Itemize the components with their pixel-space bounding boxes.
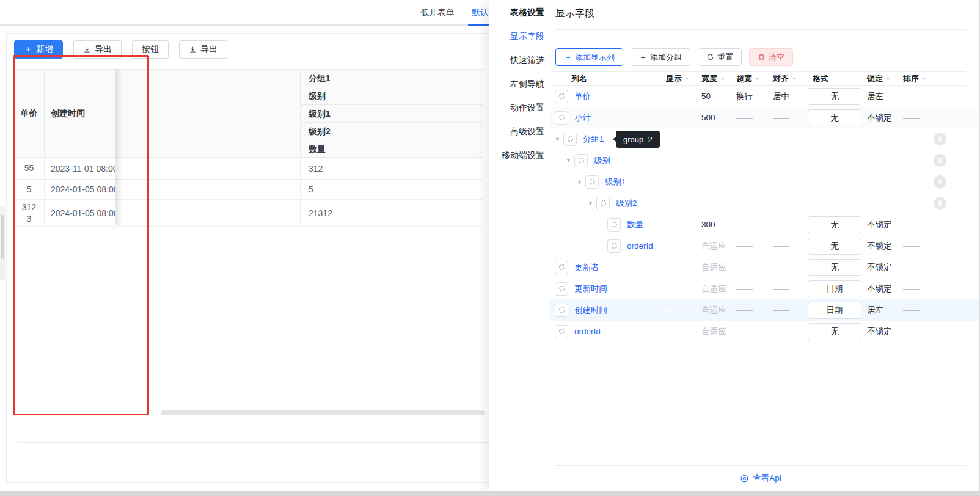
field-name-link[interactable]: 创建时间 <box>574 305 607 316</box>
field-lock-cell: 居左 <box>865 305 897 316</box>
tree-expand-icon[interactable]: ▼ <box>577 179 585 185</box>
tree-expand-icon[interactable]: ▼ <box>566 158 574 164</box>
format-select[interactable]: 无 <box>808 238 861 255</box>
grouped-header-cell: 数量 <box>301 140 483 158</box>
field-align-cell: —— <box>767 263 806 272</box>
tree-expand-icon[interactable]: ▼ <box>555 136 563 142</box>
sync-icon[interactable] <box>607 239 621 253</box>
field-name-link[interactable]: 级别 <box>594 155 610 166</box>
field-name-link[interactable]: 更新者 <box>574 262 599 273</box>
field-name-cell: 小计 <box>550 111 660 125</box>
field-name-link[interactable]: 单价 <box>574 91 591 102</box>
filter-caret-icon[interactable]: ▼ <box>755 76 760 81</box>
field-name-link[interactable]: 更新时间 <box>574 283 607 294</box>
view-api-link[interactable]: 查看Api <box>555 469 966 487</box>
format-select[interactable]: 无 <box>808 88 861 105</box>
tab-default[interactable]: 默认 <box>472 0 489 24</box>
field-align-cell: —— <box>767 220 806 229</box>
field-grid-header: 列名显示▼宽度▼超宽▼对齐▼格式锁定▼排序▼ <box>550 71 966 86</box>
sync-icon[interactable] <box>563 133 577 146</box>
filter-caret-icon[interactable]: ▼ <box>684 76 690 81</box>
field-align-cell: —— <box>767 113 806 122</box>
drawer-nav-title: 表格设置 <box>489 0 550 24</box>
drawer-nav-item-移动端设置[interactable]: 移动端设置 <box>489 144 550 167</box>
field-show-cell <box>660 241 695 251</box>
format-select[interactable]: 无 <box>808 323 861 340</box>
field-name-cell: orderId <box>550 325 660 338</box>
panel-toolbar: ＋ 添加显示列 ＋ 添加分组 重置 清空 <box>555 48 793 66</box>
tree-expand-icon[interactable]: ▼ <box>588 200 596 206</box>
field-sort-cell: —— <box>897 113 932 122</box>
drawer-nav-item-高级设置[interactable]: 高级设置 <box>489 120 550 144</box>
drawer-nav-item-快速筛选[interactable]: 快速筛选 <box>489 48 550 72</box>
tab-bar: 低开表单 默认 <box>0 0 489 26</box>
add-button[interactable]: ＋ 新增 <box>14 40 63 59</box>
field-name-link[interactable]: 级别1 <box>605 177 626 188</box>
field-rows: 单价50换行居中无居左——小计500————无不锁定——▼分组1group_2▼… <box>550 86 980 342</box>
field-row: 创建时间自适应————日期居左—— <box>550 299 980 321</box>
add-group-button[interactable]: ＋ 添加分组 <box>631 48 690 66</box>
window-bottom-edge <box>0 491 980 496</box>
delete-field-icon[interactable] <box>934 197 946 210</box>
field-sort-cell: —— <box>897 241 932 250</box>
sync-icon[interactable] <box>585 175 599 189</box>
export-button-1[interactable]: 导出 <box>73 40 122 59</box>
drawer-nav-item-左侧导航[interactable]: 左侧导航 <box>489 72 550 96</box>
eye-icon <box>740 474 749 483</box>
field-width-cell: 500 <box>695 113 730 122</box>
delete-field-icon[interactable] <box>934 154 946 167</box>
grid-header-sort: 排序▼ <box>897 73 932 84</box>
format-select[interactable]: 日期 <box>808 280 861 297</box>
sync-icon[interactable] <box>555 111 568 125</box>
field-row: ▼级别 <box>550 150 980 171</box>
delete-field-icon[interactable] <box>934 133 946 145</box>
delete-field-icon[interactable] <box>934 175 946 188</box>
field-show-cell <box>660 284 695 294</box>
field-format-cell: 无 <box>806 323 865 340</box>
cell-quantity: 312 <box>300 158 483 179</box>
tab-low-open-form[interactable]: 低开表单 <box>420 0 455 24</box>
drawer-nav-items: 显示字段快速筛选左侧导航动作设置高级设置移动端设置 <box>489 24 550 167</box>
sync-icon[interactable] <box>555 282 568 296</box>
add-display-column-button[interactable]: ＋ 添加显示列 <box>555 48 623 66</box>
sync-icon[interactable] <box>607 218 621 232</box>
field-lock-cell: 不锁定 <box>865 262 897 273</box>
field-name-link[interactable]: orderId <box>574 327 601 336</box>
field-align-cell: —— <box>767 241 806 250</box>
sync-icon[interactable] <box>555 304 568 317</box>
horizontal-scrollbar[interactable] <box>161 410 485 415</box>
filter-caret-icon[interactable]: ▼ <box>921 76 927 81</box>
sync-icon[interactable] <box>596 197 610 210</box>
format-select[interactable]: 无 <box>808 216 861 233</box>
filter-caret-icon[interactable]: ▼ <box>720 76 725 81</box>
format-select[interactable]: 日期 <box>808 302 861 319</box>
drawer-nav-item-动作设置[interactable]: 动作设置 <box>489 96 550 120</box>
field-name-link[interactable]: 数量 <box>627 219 643 230</box>
cell-created-time: 2024-01-05 08:00 <box>45 200 115 226</box>
filter-caret-icon[interactable]: ▼ <box>791 76 797 81</box>
field-show-cell <box>660 92 695 101</box>
left-scrollbar-thumb[interactable] <box>1 215 4 259</box>
sync-icon[interactable] <box>555 90 568 103</box>
field-name-link[interactable]: orderId <box>627 241 653 250</box>
table-header: 单价 创建时间 分组1级别级别1级别2数量 <box>14 69 483 158</box>
field-sort-cell: —— <box>897 305 932 315</box>
filter-caret-icon[interactable]: ▼ <box>885 76 891 81</box>
generic-button[interactable]: 按钮 <box>132 40 169 59</box>
sync-icon[interactable] <box>574 154 588 167</box>
main-page: 低开表单 默认 ＋ 新增 导出 按钮 导出 <box>0 0 489 491</box>
format-select[interactable]: 无 <box>808 109 861 126</box>
drawer-nav-item-显示字段[interactable]: 显示字段 <box>489 24 550 48</box>
reset-button[interactable]: 重置 <box>698 48 742 66</box>
field-lock-cell: 居左 <box>865 91 897 102</box>
field-name-link[interactable]: 级别2 <box>616 198 637 209</box>
format-select[interactable]: 无 <box>808 259 861 276</box>
field-name-link[interactable]: 小计 <box>574 112 591 123</box>
sync-icon[interactable] <box>555 261 568 274</box>
sync-icon[interactable] <box>555 325 568 338</box>
field-name-link[interactable]: 分组1 <box>583 134 604 145</box>
export-button-2[interactable]: 导出 <box>179 40 227 59</box>
field-row: 单价50换行居中无居左—— <box>550 86 980 107</box>
cell-created-time: 2023-11-01 08:00 <box>45 158 115 179</box>
clear-button[interactable]: 清空 <box>749 48 793 66</box>
